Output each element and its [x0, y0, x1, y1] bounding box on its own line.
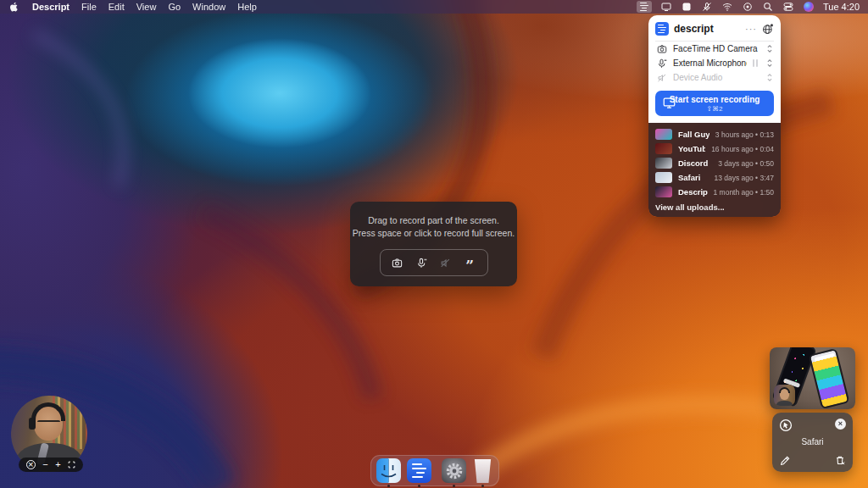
device-label: FaceTime HD Camera: [673, 44, 760, 53]
apple-icon[interactable]: [8, 2, 20, 12]
spotlight-icon[interactable]: [762, 2, 774, 12]
desktop: Descript File Edit View Go Window Help A: [0, 0, 868, 488]
recording-thumbnail: [655, 129, 672, 140]
webcam-zoom-out-button[interactable]: −: [42, 460, 47, 469]
dock-item-trash[interactable]: [472, 458, 493, 483]
chevron-updown-icon[interactable]: [766, 44, 773, 53]
svg-text:A: A: [685, 4, 689, 10]
menu-bar-status: A Tue 4:20: [637, 0, 860, 14]
recording-meta: 13 days ago • 3:47: [714, 174, 774, 182]
camera-icon: [656, 43, 667, 54]
running-indicator: [387, 485, 390, 487]
speaker-muted-icon: [656, 72, 667, 83]
device-label: External Microphone: [673, 58, 747, 68]
webcam-controls: × − +: [19, 458, 83, 472]
menu-edit[interactable]: Edit: [108, 2, 125, 12]
menu-help[interactable]: Help: [237, 2, 257, 12]
dock: [370, 455, 499, 486]
control-center-icon[interactable]: [782, 2, 794, 12]
descript-logo-icon: [655, 22, 669, 36]
recording-title: Discord: [678, 158, 712, 168]
preview-phone-right: [809, 348, 850, 409]
webcam-fullscreen-button[interactable]: [68, 461, 75, 469]
panel-title: descript: [674, 23, 740, 35]
dock-item-finder[interactable]: [376, 458, 401, 483]
webcam-glasses: [37, 420, 60, 426]
menu-window[interactable]: Window: [192, 2, 225, 12]
recording-row[interactable]: Fall Guys 3 hours ago • 0:13: [655, 127, 774, 141]
trash-icon: [473, 459, 493, 483]
webcam-headphone-earcup: [29, 418, 36, 430]
audio-muted-icon[interactable]: [439, 256, 453, 269]
running-indicator: [453, 485, 455, 487]
chevron-updown-icon[interactable]: [766, 58, 773, 68]
window-capture-card[interactable]: × Safari: [772, 413, 853, 472]
recording-preview-thumbnail[interactable]: [770, 347, 855, 409]
menu-bar-clock[interactable]: Tue 4:20: [823, 2, 860, 12]
descript-app-icon: [407, 458, 431, 483]
window-card-title: Safari: [772, 437, 853, 446]
menu-go[interactable]: Go: [168, 2, 181, 12]
recording-thumbnail: [655, 172, 672, 183]
device-row-camera[interactable]: FaceTime HD Camera: [655, 42, 774, 56]
preview-webcam-overlay: [774, 385, 795, 406]
recording-thumbnail: [655, 158, 672, 169]
device-label: Device Audio: [673, 73, 760, 82]
menu-app-name[interactable]: Descript: [32, 2, 70, 12]
recording-meta: 1 month ago • 1:50: [714, 188, 775, 197]
record-status-icon[interactable]: [742, 2, 754, 12]
share-globe-icon[interactable]: [762, 23, 774, 35]
webcam-close-button[interactable]: ×: [26, 460, 36, 469]
start-screen-recording-button[interactable]: Start screen recording ⇧⌘2: [655, 91, 774, 116]
select-window-icon[interactable]: [779, 419, 793, 432]
recording-row[interactable]: Descript 1 month ago • 1:50: [655, 185, 774, 199]
recording-title: Safari: [678, 173, 708, 182]
recording-thumbnail: [655, 143, 672, 154]
menu-bar-menus: Descript File Edit View Go Window Help: [8, 0, 257, 14]
recording-row[interactable]: YouTube 16 hours ago • 0:04: [655, 141, 774, 156]
input-source-icon[interactable]: A: [681, 2, 693, 12]
menu-view[interactable]: View: [136, 2, 157, 12]
recording-meta: 16 hours ago • 0:04: [711, 145, 774, 153]
recording-row[interactable]: Discord 3 days ago • 0:50: [655, 156, 774, 170]
device-row-microphone[interactable]: External Microphone: [655, 56, 774, 70]
microphone-icon[interactable]: [415, 256, 428, 269]
running-indicator: [481, 485, 484, 487]
mic-muted-icon[interactable]: [701, 2, 713, 12]
recording-meta: 3 hours ago • 0:13: [715, 130, 774, 139]
recording-title: Fall Guys: [678, 130, 709, 139]
recording-thumbnail: [655, 186, 672, 197]
display-icon[interactable]: [660, 2, 672, 12]
wifi-icon[interactable]: [721, 2, 733, 12]
recorder-panel-header: descript ···: [655, 20, 774, 42]
recording-title: YouTube: [678, 144, 705, 153]
overlay-line-1: Drag to record part of the screen.: [368, 214, 499, 227]
overlay-device-toggles: ”: [380, 249, 488, 276]
mic-level-meter: [753, 59, 759, 67]
descript-recorder-panel: descript ··· FaceTime HD Camera: [648, 15, 781, 217]
dock-item-descript[interactable]: [407, 458, 431, 483]
menu-bar: Descript File Edit View Go Window Help A: [0, 0, 868, 14]
delete-trash-icon[interactable]: [834, 454, 846, 466]
running-indicator: [418, 485, 420, 487]
record-button-shortcut: ⇧⌘2: [706, 105, 722, 113]
chevron-updown-icon: [766, 73, 773, 82]
screen-record-instruction-overlay: Drag to record part of the screen. Press…: [350, 202, 517, 286]
record-button-label: Start screen recording: [670, 95, 760, 104]
webcam-zoom-in-button[interactable]: +: [55, 460, 60, 469]
descript-menu-icon[interactable]: [637, 1, 652, 13]
device-row-audio[interactable]: Device Audio: [655, 70, 774, 85]
recording-row[interactable]: Safari 13 days ago • 3:47: [655, 170, 774, 185]
close-window-card-icon[interactable]: ×: [835, 419, 846, 430]
view-all-uploads-link[interactable]: View all uploads...: [655, 202, 774, 212]
finder-icon: [376, 458, 401, 483]
more-options-button[interactable]: ···: [745, 24, 757, 34]
camera-icon[interactable]: [391, 256, 404, 269]
menu-file[interactable]: File: [81, 2, 97, 12]
captions-quotes-icon[interactable]: ”: [463, 256, 476, 269]
overlay-line-2: Press space or click to record full scre…: [353, 227, 515, 240]
dock-item-system-settings[interactable]: [442, 458, 466, 483]
recording-title: Descript: [678, 187, 708, 197]
siri-icon[interactable]: [803, 2, 815, 12]
edit-pencil-icon[interactable]: [779, 454, 791, 466]
